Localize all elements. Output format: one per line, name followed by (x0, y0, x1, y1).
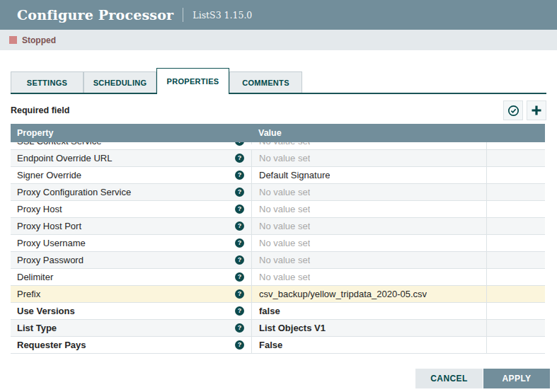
value-cell[interactable]: List Objects V1 (251, 320, 486, 336)
value-cell[interactable]: false (251, 303, 486, 319)
tab-properties-label: PROPERTIES (167, 77, 219, 86)
property-cell: Use Versions ? (11, 303, 251, 319)
stopped-status-icon (9, 36, 17, 44)
tab-settings[interactable]: SETTINGS (11, 71, 84, 93)
value-cell[interactable]: False (251, 337, 486, 353)
property-name: List Type (17, 323, 235, 333)
property-cell: Proxy Username ? (11, 235, 251, 251)
property-value: No value set (259, 153, 310, 163)
tab-bar: SETTINGS SCHEDULING PROPERTIES COMMENTS (11, 69, 546, 94)
value-cell[interactable]: No value set (251, 201, 486, 217)
property-value: false (259, 306, 280, 316)
property-name: Delimiter (17, 272, 235, 282)
help-icon[interactable]: ? (235, 171, 244, 180)
table-row[interactable]: Proxy Username ? No value set (11, 235, 545, 252)
row-filler-cell (486, 142, 545, 149)
row-filler-cell (486, 184, 545, 200)
property-value: No value set (259, 142, 310, 146)
property-cell: Endpoint Override URL ? (11, 150, 251, 166)
property-name: Proxy Host (17, 204, 235, 214)
property-name: Use Versions (17, 306, 235, 316)
help-icon[interactable]: ? (235, 306, 244, 316)
property-cell: Prefix ? (11, 286, 251, 302)
property-cell: SSL Context Service ? (11, 142, 251, 144)
row-filler-cell (486, 167, 545, 183)
value-cell[interactable]: csv_backup/yellow_tripdata_2020-05.csv (251, 286, 486, 302)
help-icon[interactable]: ? (235, 255, 244, 265)
help-icon[interactable]: ? (235, 238, 244, 248)
status-bar: Stopped (0, 30, 557, 50)
help-icon[interactable]: ? (235, 221, 244, 231)
help-icon[interactable]: ? (235, 340, 244, 350)
table-row[interactable]: Requester Pays ? False (11, 337, 545, 354)
tab-scheduling[interactable]: SCHEDULING (84, 71, 156, 93)
check-circle-icon (507, 105, 519, 117)
property-value: No value set (259, 204, 310, 214)
table-row[interactable]: Prefix ? csv_backup/yellow_tripdata_2020… (11, 286, 545, 303)
property-name: Proxy Username (17, 238, 235, 248)
table-row[interactable]: Delimiter ? No value set (11, 269, 545, 286)
property-cell: Requester Pays ? (11, 337, 251, 353)
table-row[interactable]: Proxy Configuration Service ? No value s… (11, 184, 545, 201)
property-name: Endpoint Override URL (17, 153, 235, 163)
help-icon[interactable]: ? (235, 323, 244, 333)
add-property-button[interactable] (527, 100, 546, 120)
value-cell[interactable]: No value set (251, 218, 486, 234)
apply-button[interactable]: APPLY (483, 369, 550, 388)
property-name: Proxy Password (17, 255, 235, 265)
row-filler-cell (486, 303, 545, 319)
table-row[interactable]: List Type ? List Objects V1 (11, 320, 545, 337)
property-name: Prefix (17, 289, 235, 299)
help-icon[interactable]: ? (235, 289, 244, 299)
row-filler-cell (486, 286, 545, 302)
table-row[interactable]: Proxy Host Port ? No value set (11, 218, 545, 235)
cancel-button[interactable]: CANCEL (415, 369, 483, 388)
property-value: No value set (259, 272, 310, 282)
property-value: List Objects V1 (259, 323, 326, 333)
dialog-header: Configure Processor ListS3 1.15.0 (0, 0, 557, 30)
row-filler-cell (486, 235, 545, 251)
property-table-header: Property Value (11, 124, 545, 142)
value-cell[interactable]: No value set (251, 235, 486, 251)
value-cell[interactable]: No value set (251, 142, 486, 144)
property-value: No value set (259, 187, 310, 197)
column-header-value: Value (251, 128, 282, 138)
help-icon[interactable]: ? (235, 272, 244, 282)
property-name: Proxy Configuration Service (17, 187, 235, 197)
row-filler-cell (486, 150, 545, 166)
property-name: Proxy Host Port (17, 221, 235, 231)
value-cell[interactable]: No value set (251, 252, 486, 268)
property-value: No value set (259, 221, 310, 231)
tab-properties[interactable]: PROPERTIES (156, 68, 229, 94)
property-name: Signer Override (17, 170, 235, 180)
help-icon[interactable]: ? (235, 154, 244, 163)
table-row[interactable]: Endpoint Override URL ? No value set (11, 150, 545, 167)
property-value: Default Signature (259, 170, 330, 180)
table-row[interactable]: Signer Override ? Default Signature (11, 167, 545, 184)
row-filler-cell (486, 201, 545, 217)
required-field-label: Required field (11, 105, 69, 115)
value-cell[interactable]: Default Signature (251, 167, 486, 183)
property-table-body: SSL Context Service ? No value set Endpo… (11, 142, 545, 354)
value-cell[interactable]: No value set (251, 269, 486, 285)
help-icon[interactable]: ? (235, 204, 244, 214)
row-filler-cell (486, 252, 545, 268)
property-value: csv_backup/yellow_tripdata_2020-05.csv (259, 289, 427, 299)
help-icon[interactable]: ? (235, 188, 244, 197)
plus-icon (531, 105, 542, 116)
row-filler-cell (486, 269, 545, 285)
tab-scheduling-label: SCHEDULING (93, 79, 147, 87)
property-cell: Signer Override ? (11, 167, 251, 183)
table-row[interactable]: SSL Context Service ? No value set (11, 142, 545, 150)
verify-properties-button[interactable] (503, 100, 523, 120)
value-cell[interactable]: No value set (251, 184, 486, 200)
table-row[interactable]: Proxy Password ? No value set (11, 252, 545, 269)
table-row[interactable]: Use Versions ? false (11, 303, 545, 320)
tab-comments-label: COMMENTS (242, 79, 289, 87)
help-icon[interactable]: ? (235, 142, 244, 146)
property-name: Requester Pays (17, 340, 235, 350)
value-cell[interactable]: No value set (251, 150, 486, 166)
table-row[interactable]: Proxy Host ? No value set (11, 201, 545, 218)
table-toolbar: Required field (11, 100, 546, 121)
tab-comments[interactable]: COMMENTS (229, 71, 302, 93)
